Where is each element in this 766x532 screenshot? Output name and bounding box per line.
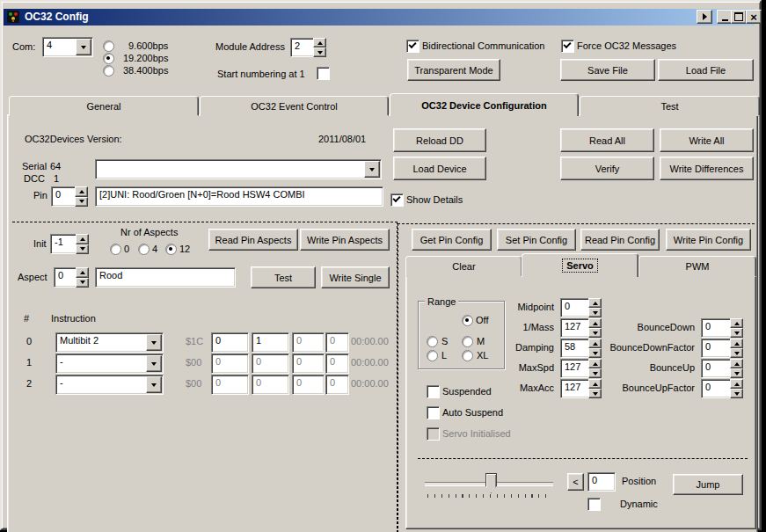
tab-clear[interactable]: Clear [405, 256, 522, 277]
instruction-param4: 0 [325, 332, 349, 353]
init-spinner[interactable] [76, 234, 89, 254]
bouncedownfactor-spinner[interactable] [730, 339, 743, 358]
nr-of-aspects-label: Nr of Aspects [120, 227, 178, 238]
auto-suspend-checkbox[interactable] [427, 406, 440, 419]
instruction-param2[interactable]: 1 [252, 332, 289, 353]
get-pin-config-button[interactable]: Get Pin Config [412, 229, 492, 251]
jump-button[interactable]: Jump [673, 474, 743, 495]
spin-down-icon[interactable] [76, 244, 89, 255]
range-off-radio[interactable] [462, 315, 473, 326]
maximize-button[interactable] [731, 10, 747, 24]
write-pin-config-button[interactable]: Write Pin Config [666, 229, 751, 251]
bidirectional-checkbox[interactable] [406, 40, 419, 53]
spin-down-icon[interactable] [730, 389, 743, 398]
read-pin-config-button[interactable]: Read Pin Config [580, 229, 660, 251]
start-numbering-checkbox[interactable] [317, 67, 330, 80]
titlebar[interactable] [4, 9, 755, 26]
spin-down-icon[interactable] [76, 278, 89, 288]
pin-description-field[interactable]: [2]UNI: Rood/Groen [N+0]=Rood HSW4 COMBI [95, 186, 383, 207]
bounceup-label: BounceUp [563, 362, 695, 374]
spin-up-icon[interactable] [730, 379, 743, 389]
bounceupfactor-spinner[interactable] [730, 379, 743, 398]
force-messages-checkbox[interactable] [561, 40, 574, 53]
spin-down-icon[interactable] [730, 328, 743, 338]
reload-dd-button[interactable]: Reload DD [393, 128, 486, 152]
position-field[interactable]: 0 [587, 472, 616, 492]
baud-38400-radio[interactable] [103, 65, 114, 77]
instruction-dropdown-icon[interactable] [146, 376, 162, 393]
verify-button[interactable]: Verify [560, 157, 654, 180]
save-file-button[interactable]: Save File [560, 59, 655, 81]
baud-9600-radio[interactable] [103, 40, 114, 52]
spin-up-icon[interactable] [588, 298, 602, 308]
range-l-radio[interactable] [427, 350, 438, 361]
set-pin-config-button[interactable]: Set Pin Config [497, 229, 576, 251]
module-address-spinner[interactable] [313, 38, 326, 57]
spin-up-icon[interactable] [730, 339, 743, 348]
instruction-dropdown-icon[interactable] [146, 355, 162, 372]
baud-19200-radio[interactable] [103, 53, 114, 64]
tab-oc32-event-control[interactable]: OC32 Event Control [200, 96, 389, 116]
spin-down-icon[interactable] [730, 348, 743, 358]
instruction-select[interactable]: Multibit 2 [55, 332, 164, 353]
com-select[interactable]: 4 [42, 37, 93, 57]
com-value: 4 [47, 40, 52, 50]
test-button[interactable]: Test [251, 266, 316, 288]
aspect-name-field[interactable]: Rood [95, 267, 236, 288]
instruction-select[interactable]: - [55, 375, 164, 395]
serial-value: 64 [50, 161, 61, 172]
servo-initialised-label: Servo Initialised [442, 428, 511, 440]
instruction-param1[interactable]: 0 [211, 332, 249, 353]
spin-up-icon[interactable] [730, 359, 743, 368]
instruction-select[interactable]: - [55, 353, 164, 374]
transparent-mode-button[interactable]: Transparent Mode [407, 59, 500, 81]
suspended-checkbox[interactable] [427, 385, 440, 398]
titlebar-context-button[interactable] [697, 10, 712, 24]
pin-field[interactable]: 0 [51, 186, 77, 207]
tab-general[interactable]: General [9, 96, 199, 116]
tab-test[interactable]: Test [580, 96, 760, 116]
close-button[interactable]: × [746, 10, 762, 24]
tab-pwm[interactable]: PWM [638, 256, 756, 277]
midpoint-spinner[interactable] [588, 298, 602, 317]
spin-down-icon[interactable] [313, 47, 326, 57]
read-pin-aspects-button[interactable]: Read Pin Aspects [208, 229, 298, 251]
position-nudge-button[interactable]: < [567, 473, 584, 491]
range-m-radio[interactable] [462, 336, 473, 347]
range-s-radio[interactable] [427, 336, 438, 347]
spin-up-icon[interactable] [76, 234, 89, 244]
write-pin-aspects-button[interactable]: Write Pin Aspects [300, 229, 390, 251]
show-details-checkbox[interactable] [390, 193, 404, 207]
write-single-button[interactable]: Write Single [321, 266, 390, 288]
device-dropdown-icon[interactable] [364, 161, 380, 178]
spin-up-icon[interactable] [313, 38, 326, 47]
pin-spinner[interactable] [75, 186, 88, 207]
instruction-dropdown-icon[interactable] [146, 334, 162, 351]
force-messages-label: Force OC32 Messages [577, 40, 676, 52]
spin-down-icon[interactable] [730, 368, 743, 378]
aspects-12-radio[interactable] [165, 244, 177, 255]
com-dropdown-icon[interactable] [76, 39, 91, 55]
dynamic-checkbox[interactable] [587, 498, 601, 511]
write-differences-button[interactable]: Write Differences [660, 157, 754, 180]
range-xl-radio[interactable] [462, 350, 473, 361]
spin-down-icon[interactable] [75, 197, 88, 208]
spin-up-icon[interactable] [730, 318, 743, 328]
read-all-button[interactable]: Read All [560, 128, 654, 152]
load-file-button[interactable]: Load File [658, 59, 754, 81]
spin-up-icon[interactable] [76, 267, 89, 278]
tab-servo[interactable]: Servo [522, 253, 638, 277]
bouncedown-spinner[interactable] [730, 318, 743, 338]
instruction-param2: 0 [252, 375, 289, 395]
show-details-label: Show Details [406, 194, 463, 206]
device-select[interactable] [95, 159, 382, 179]
aspect-spinner[interactable] [76, 267, 89, 288]
tab-oc32-device-configuration[interactable]: OC32 Device Configuration [390, 93, 579, 116]
bounceup-spinner[interactable] [730, 359, 743, 378]
spin-down-icon[interactable] [588, 308, 602, 317]
load-device-button[interactable]: Load Device [393, 157, 486, 180]
aspects-4-radio[interactable] [138, 244, 150, 255]
write-all-button[interactable]: Write All [660, 128, 754, 152]
spin-up-icon[interactable] [75, 186, 88, 197]
aspects-0-radio[interactable] [110, 244, 121, 255]
